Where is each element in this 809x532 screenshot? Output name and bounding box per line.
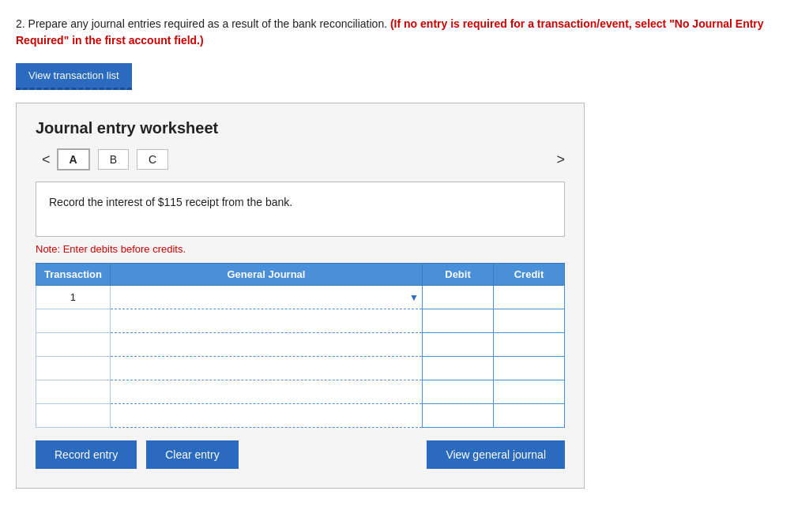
credit-input-1[interactable] xyxy=(494,286,564,309)
gj-cell-3[interactable] xyxy=(110,333,422,357)
debit-cell-6[interactable] xyxy=(423,404,494,428)
table-row xyxy=(36,309,565,333)
credit-input-3[interactable] xyxy=(494,333,564,356)
gj-input-2[interactable] xyxy=(111,309,422,332)
debit-input-1[interactable] xyxy=(423,286,493,309)
table-row xyxy=(36,380,565,404)
table-row xyxy=(36,404,565,428)
tab-c[interactable]: C xyxy=(137,149,168,170)
instruction-normal: Prepare any journal entries required as … xyxy=(28,17,390,30)
description-box: Record the interest of $115 receipt from… xyxy=(36,182,565,237)
debit-cell-5[interactable] xyxy=(423,380,494,404)
debit-input-5[interactable] xyxy=(423,380,493,403)
header-general-journal: General Journal xyxy=(110,264,422,286)
gj-cell-6[interactable] xyxy=(110,404,422,428)
worksheet-container: Journal entry worksheet < A B C > Record… xyxy=(16,103,585,489)
debit-cell-2[interactable] xyxy=(423,309,494,333)
debit-input-2[interactable] xyxy=(423,309,493,332)
credit-input-4[interactable] xyxy=(494,357,564,380)
transaction-cell-5 xyxy=(36,380,111,404)
bottom-buttons: Record entry Clear entry View general jo… xyxy=(36,440,565,469)
debit-input-6[interactable] xyxy=(423,404,493,427)
transaction-cell-3 xyxy=(36,333,111,357)
credit-cell-3[interactable] xyxy=(494,333,565,357)
gj-input-1[interactable] xyxy=(111,290,406,305)
clear-entry-button[interactable]: Clear entry xyxy=(146,440,238,469)
table-row xyxy=(36,333,565,357)
gj-cell-1[interactable]: ▼ xyxy=(110,286,422,309)
header-credit: Credit xyxy=(494,264,565,286)
transaction-cell-2 xyxy=(36,309,111,333)
debit-cell-3[interactable] xyxy=(423,333,494,357)
instruction-text: 2. Prepare any journal entries required … xyxy=(16,16,793,49)
credit-input-2[interactable] xyxy=(494,309,564,332)
table-row: 1 ▼ xyxy=(36,286,565,309)
gj-input-6[interactable] xyxy=(111,404,422,427)
credit-cell-4[interactable] xyxy=(494,357,565,380)
transaction-cell-1: 1 xyxy=(36,286,111,309)
header-transaction: Transaction xyxy=(36,264,111,286)
credit-cell-5[interactable] xyxy=(494,380,565,404)
tab-prev-button[interactable]: < xyxy=(36,150,57,170)
journal-table: Transaction General Journal Debit Credit… xyxy=(36,263,565,428)
transaction-cell-4 xyxy=(36,357,111,380)
gj-cell-5[interactable] xyxy=(110,380,422,404)
instruction-number: 2. xyxy=(16,17,25,30)
gj-input-4[interactable] xyxy=(111,357,422,380)
tab-b[interactable]: B xyxy=(98,149,129,170)
note-text: Note: Enter debits before credits. xyxy=(36,243,565,255)
debit-input-3[interactable] xyxy=(423,333,493,356)
debit-input-4[interactable] xyxy=(423,357,493,380)
tab-next-button[interactable]: > xyxy=(556,152,565,168)
gj-input-5[interactable] xyxy=(111,380,422,403)
credit-cell-6[interactable] xyxy=(494,404,565,428)
view-transaction-button[interactable]: View transaction list xyxy=(16,63,132,90)
view-general-journal-button[interactable]: View general journal xyxy=(427,440,565,469)
transaction-cell-6 xyxy=(36,404,111,428)
gj-cell-4[interactable] xyxy=(110,357,422,380)
tabs-row: < A B C > xyxy=(36,148,565,170)
credit-cell-1[interactable] xyxy=(494,286,565,309)
credit-input-5[interactable] xyxy=(494,380,564,403)
tab-a[interactable]: A xyxy=(57,148,90,170)
table-row xyxy=(36,357,565,380)
credit-input-6[interactable] xyxy=(494,404,564,427)
gj-input-3[interactable] xyxy=(111,333,422,356)
debit-cell-1[interactable] xyxy=(423,286,494,309)
worksheet-title: Journal entry worksheet xyxy=(36,119,565,137)
gj-cell-2[interactable] xyxy=(110,309,422,333)
record-entry-button[interactable]: Record entry xyxy=(36,440,137,469)
debit-cell-4[interactable] xyxy=(423,357,494,380)
header-debit: Debit xyxy=(423,264,494,286)
credit-cell-2[interactable] xyxy=(494,309,565,333)
dropdown-arrow-1[interactable]: ▼ xyxy=(406,292,422,303)
description-text: Record the interest of $115 receipt from… xyxy=(49,196,292,208)
